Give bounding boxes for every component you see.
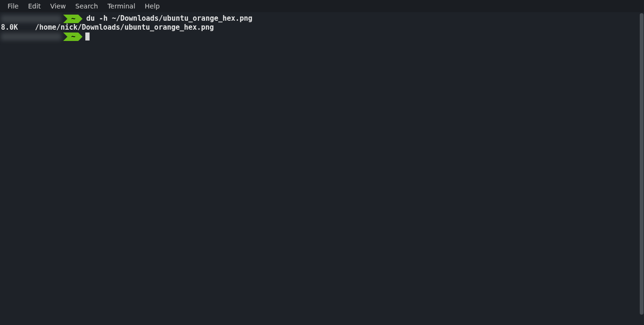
menu-help[interactable]: Help bbox=[140, 1, 165, 11]
menubar: File Edit View Search Terminal Help bbox=[0, 0, 644, 12]
output-text: 8.0K /home/nick/Downloads/ubuntu_orange_… bbox=[1, 23, 214, 32]
terminal-area[interactable]: ~ du -h ~/Downloads/ubuntu_orange_hex.pn… bbox=[0, 12, 644, 325]
prompt-dir: ~ bbox=[67, 32, 78, 41]
terminal-line-prompt: ~ bbox=[0, 32, 644, 41]
command-text: du -h ~/Downloads/ubuntu_orange_hex.png bbox=[86, 14, 252, 23]
menu-file[interactable]: File bbox=[3, 1, 23, 11]
cursor-icon bbox=[85, 32, 90, 41]
prompt-arrow-in-icon bbox=[63, 32, 67, 41]
prompt-dir: ~ bbox=[67, 15, 78, 23]
terminal-line-command: ~ du -h ~/Downloads/ubuntu_orange_hex.pn… bbox=[0, 14, 644, 23]
hostname-redacted bbox=[1, 33, 61, 41]
menu-edit[interactable]: Edit bbox=[23, 1, 45, 11]
prompt-segment: ~ bbox=[63, 32, 83, 41]
scrollbar-thumb[interactable] bbox=[640, 13, 644, 315]
menu-terminal[interactable]: Terminal bbox=[103, 1, 140, 11]
menu-search[interactable]: Search bbox=[71, 1, 103, 11]
hostname-redacted bbox=[1, 15, 61, 23]
prompt-arrow-out-icon bbox=[78, 32, 83, 41]
prompt-segment: ~ bbox=[63, 15, 83, 23]
menu-view[interactable]: View bbox=[46, 1, 71, 11]
prompt-arrow-in-icon bbox=[63, 15, 67, 23]
scrollbar[interactable] bbox=[639, 12, 644, 325]
terminal-line-output: 8.0K /home/nick/Downloads/ubuntu_orange_… bbox=[0, 23, 644, 32]
prompt-arrow-out-icon bbox=[78, 15, 83, 23]
